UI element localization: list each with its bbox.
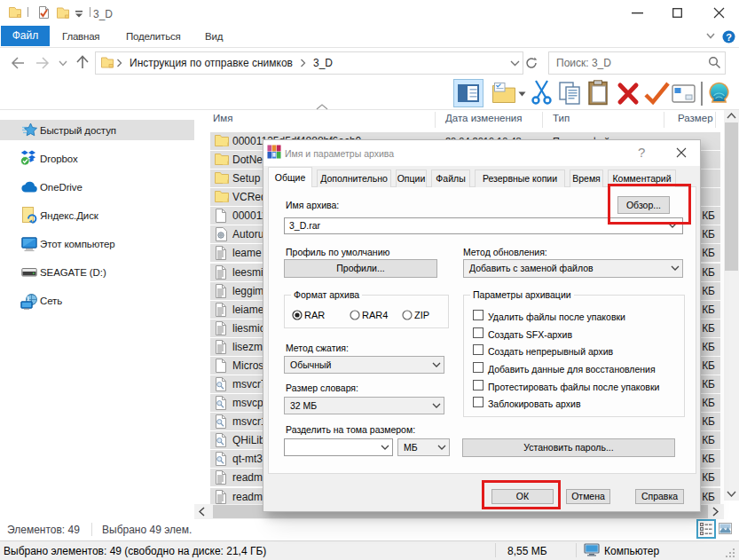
- svg-text:?: ?: [726, 32, 732, 43]
